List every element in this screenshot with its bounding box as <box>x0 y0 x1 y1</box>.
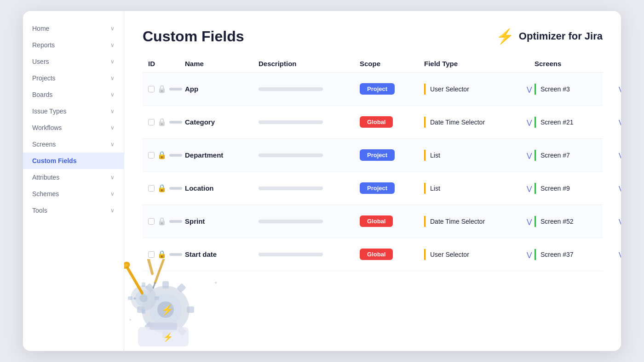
row-checkbox[interactable] <box>148 251 155 258</box>
scope-badge: Global <box>360 249 393 260</box>
screens-cell: Screen #9 ⋁ <box>535 183 621 194</box>
svg-point-14 <box>139 294 148 302</box>
field-type-cell: List ⋁ <box>424 183 535 194</box>
screens-dropdown[interactable]: ⋁ <box>616 117 621 128</box>
brand-name: Optimizer for Jira <box>519 30 603 42</box>
sidebar-item-schemes[interactable]: Schemes∨ <box>23 186 124 202</box>
sidebar-item-boards[interactable]: Boards∨ <box>23 86 124 103</box>
svg-point-12 <box>131 285 156 311</box>
chevron-icon: ∨ <box>110 108 115 114</box>
svg-text:⚡: ⚡ <box>161 304 174 316</box>
svg-rect-19 <box>138 327 189 346</box>
id-bar <box>169 187 182 190</box>
header-row: Custom Fields ⚡ Optimizer for Jira <box>143 28 603 45</box>
scope-cell: Global <box>360 215 424 227</box>
scope-badge: Project <box>360 149 395 161</box>
id-bar <box>169 154 182 157</box>
svg-rect-9 <box>177 326 187 336</box>
sidebar-item-workflows[interactable]: Workflows∨ <box>23 119 124 136</box>
field-type-text: List <box>430 152 524 159</box>
sidebar-item-screens[interactable]: Screens∨ <box>23 136 124 153</box>
field-type-dropdown[interactable]: ⋁ <box>524 216 535 227</box>
name-cell: Category <box>185 118 259 126</box>
screens-text: Screen #7 <box>540 152 616 159</box>
table-header: IDNameDescriptionScopeField TypeScreens <box>143 60 603 73</box>
name-cell: Department <box>185 151 259 159</box>
chevron-icon: ∨ <box>110 58 115 65</box>
field-type-dropdown[interactable]: ⋁ <box>524 249 535 260</box>
id-bar <box>169 121 182 124</box>
scope-cell: Global <box>360 249 424 260</box>
table-row: 🔒 AppProject User Selector ⋁ Screen #3 ⋁ <box>143 73 603 106</box>
sidebar-item-users[interactable]: Users∨ <box>23 53 124 70</box>
table-row: 🔒 LocationProject List ⋁ Screen #9 ⋁ <box>143 172 603 205</box>
sidebar-item-reports[interactable]: Reports∨ <box>23 37 124 53</box>
name-cell: Location <box>185 184 259 192</box>
scope-badge: Global <box>360 116 393 128</box>
sidebar-item-label: Users <box>32 58 49 65</box>
chevron-icon: ∨ <box>110 141 115 147</box>
svg-rect-15 <box>142 283 145 287</box>
field-type-dropdown[interactable]: ⋁ <box>524 150 535 161</box>
row-checkbox[interactable] <box>148 86 155 92</box>
screens-dropdown[interactable]: ⋁ <box>616 150 621 161</box>
field-type-dropdown[interactable]: ⋁ <box>524 84 535 95</box>
scope-cell: Project <box>360 182 424 194</box>
chevron-icon: ∨ <box>110 91 115 98</box>
sidebar-item-tools[interactable]: Tools∨ <box>23 202 124 219</box>
scope-badge: Global <box>360 215 393 227</box>
table-row: 🔒 SprintGlobal Date Time Selector ⋁ Scre… <box>143 205 603 238</box>
row-checkbox[interactable] <box>148 119 155 125</box>
scope-cell: Project <box>360 149 424 161</box>
svg-point-0 <box>142 286 190 334</box>
screens-cell: Screen #37 ⋁ <box>535 249 621 260</box>
page-title: Custom Fields <box>143 28 244 45</box>
screens-dropdown[interactable]: ⋁ <box>616 249 621 260</box>
svg-rect-7 <box>177 283 186 293</box>
sidebar-item-attributes[interactable]: Attributes∨ <box>23 169 124 186</box>
id-cell: 🔒 <box>148 85 185 93</box>
main-content: Custom Fields ⚡ Optimizer for Jira IDNam… <box>124 11 621 351</box>
table-row: 🔒 DepartmentProject List ⋁ Screen #7 ⋁ <box>143 139 603 172</box>
sidebar-item-label: Schemes <box>32 190 59 198</box>
screens-dropdown[interactable]: ⋁ <box>616 216 621 227</box>
row-checkbox[interactable] <box>148 185 155 192</box>
svg-rect-18 <box>128 296 132 300</box>
field-type-dropdown[interactable]: ⋁ <box>524 183 535 194</box>
screens-dropdown[interactable]: ⋁ <box>616 84 621 95</box>
column-header-scope: Scope <box>360 60 424 68</box>
id-cell: 🔒 <box>148 250 185 259</box>
svg-rect-22 <box>126 266 144 295</box>
chevron-icon: ∨ <box>110 75 115 81</box>
field-type-dropdown[interactable]: ⋁ <box>524 117 535 128</box>
scope-badge: Project <box>360 182 395 194</box>
row-checkbox[interactable] <box>148 152 155 158</box>
svg-rect-10 <box>145 283 155 293</box>
sidebar-item-label: Home <box>32 25 49 32</box>
sidebar-item-projects[interactable]: Projects∨ <box>23 70 124 86</box>
screens-dropdown[interactable]: ⋁ <box>616 183 621 194</box>
svg-text:✦: ✦ <box>129 318 132 322</box>
lock-icon: 🔒 <box>157 184 167 192</box>
table-row: 🔒 Start dateGlobal User Selector ⋁ Scree… <box>143 238 603 271</box>
description-cell <box>259 220 360 223</box>
sidebar-item-home[interactable]: Home∨ <box>23 20 124 37</box>
brand-logo: ⚡ Optimizer for Jira <box>496 28 603 45</box>
svg-rect-3 <box>162 281 169 288</box>
sidebar-item-issue-types[interactable]: Issue Types∨ <box>23 103 124 119</box>
field-type-cell: List ⋁ <box>424 150 535 161</box>
svg-point-23 <box>124 260 131 270</box>
name-cell: Sprint <box>185 217 259 225</box>
id-cell: 🔒 <box>148 151 185 159</box>
scope-cell: Global <box>360 116 424 128</box>
screens-cell: Screen #21 ⋁ <box>535 117 621 128</box>
description-cell <box>259 87 360 91</box>
sidebar: Home∨Reports∨Users∨Projects∨Boards∨Issue… <box>23 11 124 351</box>
lock-icon: 🔒 <box>157 217 167 226</box>
sidebar-item-custom-fields[interactable]: Custom Fields <box>23 153 124 169</box>
svg-point-2 <box>157 301 174 318</box>
svg-rect-8 <box>144 321 154 331</box>
table-row: 🔒 CategoryGlobal Date Time Selector ⋁ Sc… <box>143 106 603 139</box>
row-checkbox[interactable] <box>148 218 155 225</box>
sidebar-item-label: Boards <box>32 91 52 98</box>
